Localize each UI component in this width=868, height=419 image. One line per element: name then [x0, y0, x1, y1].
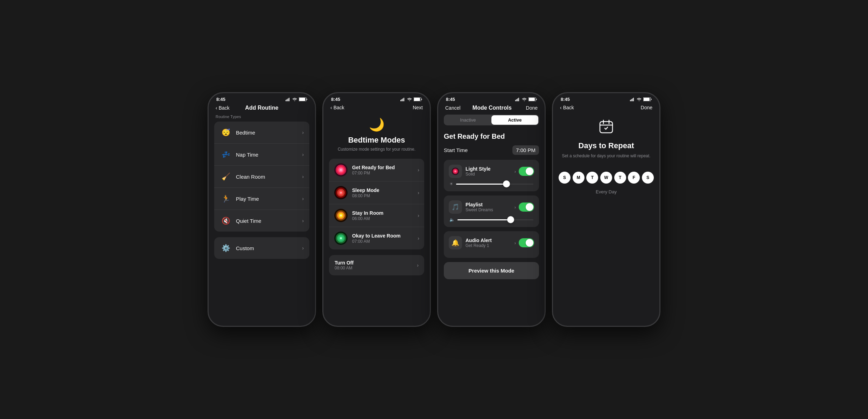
- light-style-toggle[interactable]: [519, 167, 534, 176]
- mode-item-stay[interactable]: Stay In Room 06:00 AM ›: [329, 204, 424, 227]
- back-button-1[interactable]: ‹ Back: [216, 105, 230, 111]
- back-label-1: Back: [219, 105, 230, 111]
- light-style-row: Light Style Solid ›: [449, 165, 534, 178]
- status-time-2: 8:45: [331, 97, 340, 102]
- playlist-info: Playlist Sweet Dreams: [465, 202, 514, 212]
- turnoff-item[interactable]: Turn Off 08:00 AM ›: [329, 255, 424, 275]
- routine-item-quiet[interactable]: 🔇 Quiet Time ›: [214, 210, 309, 232]
- chevron-stay: ›: [418, 213, 419, 218]
- svg-point-4: [294, 100, 295, 101]
- svg-rect-52: [644, 98, 650, 101]
- section-label-1: Routine Types: [214, 115, 309, 119]
- mode-item-leave[interactable]: Okay to Leave Room 07:00 AM ›: [329, 227, 424, 249]
- mode-name-leave: Okay to Leave Room: [352, 233, 418, 239]
- back-button-4[interactable]: ‹ Back: [560, 105, 574, 110]
- segment-inactive[interactable]: Inactive: [444, 115, 491, 125]
- phone-mode-controls: 8:45 Cancel Mode Controls Done Inactive …: [437, 92, 546, 327]
- audio-alert-toggle[interactable]: [519, 238, 534, 247]
- mode-icon-sleep: [334, 186, 348, 200]
- nav-bar-1: ‹ Back Add Routine: [209, 103, 315, 115]
- cancel-button[interactable]: Cancel: [445, 105, 461, 111]
- day-circle-fri[interactable]: F: [628, 172, 640, 184]
- svg-rect-3: [289, 98, 289, 101]
- chevron-get-ready: ›: [418, 167, 419, 173]
- battery-icon-4: [643, 97, 652, 101]
- volume-slider-thumb[interactable]: [507, 216, 514, 223]
- playlist-row: 🎵 Playlist Sweet Dreams ›: [449, 200, 534, 214]
- days-row: S M T W T F S: [559, 172, 654, 184]
- calendar-svg-icon: [598, 119, 614, 134]
- next-button[interactable]: Next: [409, 105, 423, 110]
- svg-rect-13: [414, 98, 420, 101]
- back-button-2[interactable]: ‹ Back: [330, 105, 344, 110]
- custom-name: Custom: [236, 245, 302, 251]
- mode-item-sleep[interactable]: Sleep Mode 08:00 PM ›: [329, 181, 424, 204]
- day-circle-sun1[interactable]: S: [559, 172, 570, 184]
- signal-icon-3: [515, 98, 520, 101]
- days-title: Days to Repeat: [579, 141, 634, 150]
- mode-info-leave: Okay to Leave Room 07:00 AM: [352, 233, 418, 244]
- screen-content-2: 🌙 Bedtime Modes Customize mode settings …: [323, 114, 430, 326]
- light-style-name: Light Style: [465, 166, 514, 172]
- day-circle-tue[interactable]: T: [586, 172, 598, 184]
- nap-icon: 💤: [220, 149, 232, 160]
- status-bar-3: 8:45: [438, 93, 545, 103]
- phone-days-repeat: 8:45 ‹ Back Done: [552, 92, 660, 327]
- nav-title-1: Add Routine: [245, 105, 278, 111]
- playlist-toggle[interactable]: [519, 202, 534, 212]
- chevron-back-icon-2: ‹: [330, 105, 332, 110]
- mode-item-get-ready[interactable]: Get Ready for Bed 07:00 PM ›: [329, 159, 424, 181]
- back-label-4: Back: [563, 105, 574, 110]
- days-subtitle: Set a schedule for days your routine wil…: [562, 153, 651, 159]
- audio-alert-row: 🔔 Audio Alert Get Ready 1 ›: [449, 236, 534, 249]
- routine-item-nap[interactable]: 💤 Nap Time ›: [214, 144, 309, 166]
- brightness-slider-track[interactable]: [456, 184, 533, 185]
- chevron-playlist[interactable]: ›: [514, 205, 516, 210]
- day-circle-sat[interactable]: S: [642, 172, 654, 184]
- phone-add-routine: 8:45 ‹ Back Add Routine Routine Types: [208, 92, 316, 327]
- svg-rect-48: [632, 98, 633, 101]
- wifi-icon-3: [522, 98, 527, 101]
- bell-icon: 🔔: [451, 239, 459, 247]
- audio-alert-icon-box: 🔔: [449, 236, 462, 249]
- routine-item-bedtime[interactable]: 😴 Bedtime ›: [214, 122, 309, 144]
- svg-point-18: [340, 169, 342, 171]
- mode-time-get-ready: 07:00 PM: [352, 171, 418, 176]
- custom-item[interactable]: ⚙️ Custom ›: [214, 237, 309, 259]
- svg-rect-34: [515, 100, 516, 101]
- day-circle-thu[interactable]: T: [614, 172, 626, 184]
- mode-name-get-ready: Get Ready for Bed: [352, 165, 418, 170]
- status-icons-4: [630, 97, 652, 101]
- preview-button[interactable]: Preview this Mode: [444, 262, 539, 279]
- chevron-light-style[interactable]: ›: [514, 169, 516, 174]
- routine-name-clean: Clean Room: [236, 174, 302, 180]
- segment-control[interactable]: Inactive Active: [444, 115, 539, 125]
- svg-rect-2: [288, 98, 288, 101]
- svg-rect-46: [630, 100, 631, 101]
- done-button-4[interactable]: Done: [638, 105, 652, 110]
- svg-rect-6: [299, 98, 305, 101]
- audio-alert-info: Audio Alert Get Ready 1: [465, 238, 514, 248]
- start-time-value[interactable]: 7:00 PM: [512, 145, 539, 155]
- routine-item-play[interactable]: 🏃 Play Time ›: [214, 188, 309, 210]
- svg-point-28: [340, 214, 342, 217]
- done-button-3[interactable]: Done: [524, 105, 538, 111]
- routine-name-play: Play Time: [236, 196, 302, 202]
- svg-rect-37: [518, 98, 519, 101]
- chevron-audio-alert[interactable]: ›: [514, 240, 516, 246]
- svg-rect-10: [404, 98, 404, 101]
- back-label-2: Back: [334, 105, 344, 110]
- mode-icon-leave: [334, 231, 348, 245]
- volume-slider-track[interactable]: [457, 219, 533, 220]
- brightness-slider-thumb[interactable]: [503, 180, 510, 187]
- light-style-card: Light Style Solid › ☀: [444, 160, 539, 191]
- day-circle-wed[interactable]: W: [600, 172, 612, 184]
- segment-active[interactable]: Active: [491, 115, 538, 125]
- routine-item-clean[interactable]: 🧹 Clean Room ›: [214, 166, 309, 188]
- day-circle-mon[interactable]: M: [573, 172, 584, 184]
- mode-name-sleep: Sleep Mode: [352, 187, 418, 193]
- mode-list: Get Ready for Bed 07:00 PM ›: [329, 159, 424, 249]
- battery-icon: [299, 97, 307, 101]
- status-bar-1: 8:45: [209, 93, 315, 103]
- screen-content-4: Days to Repeat Set a schedule for days y…: [553, 114, 659, 326]
